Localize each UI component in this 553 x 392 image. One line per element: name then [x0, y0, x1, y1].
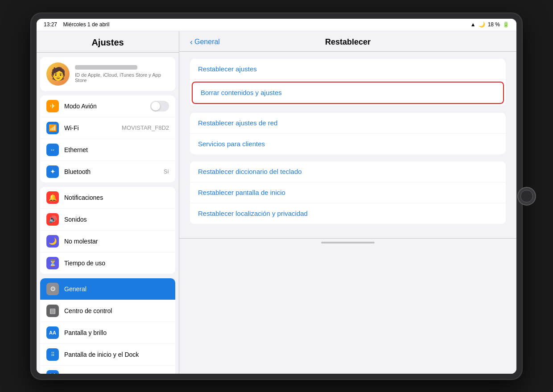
do-not-disturb-icon: 🌙 — [479, 21, 485, 28]
no-molestar-icon: 🌙 — [46, 235, 59, 248]
time-display: 13:27 — [44, 21, 57, 28]
tiempo-de-uso-icon: ⏳ — [46, 257, 59, 269]
profile-name-blur — [75, 65, 137, 70]
wifi-label: Wi-Fi — [64, 124, 122, 132]
general-section: ⚙ General ▤ Centro de control AA Pantall… — [40, 278, 175, 374]
back-button[interactable]: ‹ General — [190, 37, 220, 47]
general-icon: ⚙ — [46, 283, 59, 295]
modo-avion-toggle[interactable] — [150, 101, 169, 111]
settings-group-1: ✈ Modo Avión 📶 Wi-Fi MOVISTAR_F8D2 — [40, 95, 175, 374]
right-header: ‹ General Restablecer — [179, 31, 516, 52]
wifi-status-icon: ▲ — [470, 21, 476, 28]
centro-de-control-icon: ▤ — [46, 305, 59, 317]
sidebar-item-pantalla-y-brillo[interactable]: AA Pantalla y brillo — [40, 322, 175, 344]
reset-item-pantalla[interactable]: Restablecer pantalla de inicio — [190, 182, 506, 203]
profile-section[interactable]: 🧑 ID de Apple, iCloud, iTunes Store y Ap… — [40, 57, 175, 91]
battery-icon: 🔋 — [503, 21, 509, 28]
reset-item-borrar-contenidos[interactable]: Borrar contenidos y ajustes — [192, 82, 504, 104]
profile-info: ID de Apple, iCloud, iTunes Store y App … — [75, 65, 169, 83]
bluetooth-icon: ✦ — [46, 165, 59, 178]
ethernet-label: Ethernet — [64, 146, 169, 153]
sidebar-item-sonidos[interactable]: 🔊 Sonidos — [40, 209, 175, 231]
bottom-bar — [179, 238, 516, 247]
sidebar-item-tiempo-de-uso[interactable]: ⏳ Tiempo de uso — [40, 252, 175, 274]
sidebar: Ajustes 🧑 ID de Apple, iCloud, iTunes St… — [37, 31, 179, 374]
reset-item-red[interactable]: Restablecer ajustes de red — [190, 113, 506, 134]
sidebar-item-modo-avion[interactable]: ✈ Modo Avión — [40, 95, 175, 117]
notificaciones-icon: 🔔 — [46, 191, 59, 204]
notificaciones-label: Notificaciones — [64, 194, 169, 201]
reset-section-2: Restablecer ajustes de red Servicios par… — [190, 113, 506, 154]
right-panel: ‹ General Restablecer Restablecer ajuste… — [179, 31, 516, 374]
back-chevron-icon: ‹ — [190, 37, 193, 47]
sidebar-item-pantalla-inicio[interactable]: ⠿ Pantalla de inicio y el Dock — [40, 344, 175, 366]
borrar-contenidos-label: Borrar contenidos y ajustes — [201, 89, 282, 96]
wifi-icon: 📶 — [46, 122, 59, 134]
avatar: 🧑 — [46, 62, 70, 86]
ipad-frame: 13:27 Miércoles 1 de abril ▲ 🌙 18 % 🔋 Aj… — [31, 13, 522, 379]
profile-subtitle: ID de Apple, iCloud, iTunes Store y App … — [75, 72, 169, 83]
sidebar-item-centro-de-control[interactable]: ▤ Centro de control — [40, 300, 175, 322]
restablecer-ajustes-label: Restablecer ajustes — [198, 65, 257, 73]
network-section: ✈ Modo Avión 📶 Wi-Fi MOVISTAR_F8D2 — [40, 95, 175, 182]
scroll-indicator — [321, 242, 375, 243]
pantalla-inicio-label: Pantalla de inicio y el Dock — [64, 351, 169, 358]
sidebar-item-ethernet[interactable]: ↔ Ethernet — [40, 139, 175, 161]
servicios-clientes-label: Servicios para clientes — [198, 140, 265, 148]
sidebar-item-general[interactable]: ⚙ General — [40, 278, 175, 300]
reset-item-restablecer-ajustes[interactable]: Restablecer ajustes — [190, 59, 506, 80]
status-time: 13:27 Miércoles 1 de abril — [44, 21, 109, 28]
reset-section-3: Restablecer diccionario del teclado Rest… — [190, 161, 506, 224]
tiempo-de-uso-label: Tiempo de uso — [64, 260, 169, 267]
sonidos-label: Sonidos — [64, 216, 169, 223]
accesibilidad-label: Accesibilidad — [64, 373, 169, 374]
home-button[interactable] — [517, 187, 536, 206]
general-label: General — [64, 285, 169, 293]
sidebar-item-notificaciones[interactable]: 🔔 Notificaciones — [40, 187, 175, 209]
right-panel-title: Restablecer — [325, 37, 371, 47]
status-right: ▲ 🌙 18 % 🔋 — [470, 21, 509, 28]
sidebar-item-bluetooth[interactable]: ✦ Bluetooth Sí — [40, 161, 175, 182]
modo-avion-icon: ✈ — [46, 100, 59, 112]
sidebar-item-accesibilidad[interactable]: ♿ Accesibilidad — [40, 366, 175, 374]
pantalla-brillo-label: Pantalla y brillo — [64, 329, 169, 336]
modo-avion-label: Modo Avión — [64, 103, 150, 110]
restablecer-pantalla-label: Restablecer pantalla de inicio — [198, 189, 285, 196]
wifi-value: MOVISTAR_F8D2 — [122, 124, 169, 131]
restablecer-red-label: Restablecer ajustes de red — [198, 119, 277, 127]
reset-item-servicios[interactable]: Servicios para clientes — [190, 134, 506, 154]
home-button-inner — [520, 190, 533, 202]
restablecer-diccionario-label: Restablecer diccionario del teclado — [198, 168, 302, 175]
ipad-screen: 13:27 Miércoles 1 de abril ▲ 🌙 18 % 🔋 Aj… — [37, 19, 516, 374]
reset-item-diccionario[interactable]: Restablecer diccionario del teclado — [190, 161, 506, 182]
accesibilidad-icon: ♿ — [46, 370, 59, 374]
reset-section-1: Restablecer ajustes Borrar contenidos y … — [190, 59, 506, 106]
right-content: Restablecer ajustes Borrar contenidos y … — [179, 52, 516, 238]
notifications-section: 🔔 Notificaciones 🔊 Sonidos 🌙 No molestar — [40, 187, 175, 274]
pantalla-brillo-icon: AA — [46, 326, 59, 339]
battery-display: 18 % — [488, 21, 500, 28]
centro-de-control-label: Centro de control — [64, 307, 169, 314]
bluetooth-value: Sí — [164, 168, 169, 175]
sidebar-title: Ajustes — [37, 31, 179, 53]
bluetooth-label: Bluetooth — [64, 168, 164, 175]
main-area: Ajustes 🧑 ID de Apple, iCloud, iTunes St… — [37, 31, 516, 374]
pantalla-inicio-icon: ⠿ — [46, 348, 59, 361]
restablecer-localizacion-label: Restablecer localización y privacidad — [198, 210, 308, 217]
ethernet-icon: ↔ — [46, 144, 59, 156]
sonidos-icon: 🔊 — [46, 213, 59, 226]
status-bar: 13:27 Miércoles 1 de abril ▲ 🌙 18 % 🔋 — [37, 19, 516, 31]
date-display: Miércoles 1 de abril — [63, 21, 109, 28]
sidebar-item-no-molestar[interactable]: 🌙 No molestar — [40, 231, 175, 252]
back-label: General — [194, 38, 220, 46]
sidebar-item-wifi[interactable]: 📶 Wi-Fi MOVISTAR_F8D2 — [40, 117, 175, 139]
toggle-thumb — [151, 102, 160, 111]
no-molestar-label: No molestar — [64, 238, 169, 245]
reset-item-localizacion[interactable]: Restablecer localización y privacidad — [190, 203, 506, 224]
